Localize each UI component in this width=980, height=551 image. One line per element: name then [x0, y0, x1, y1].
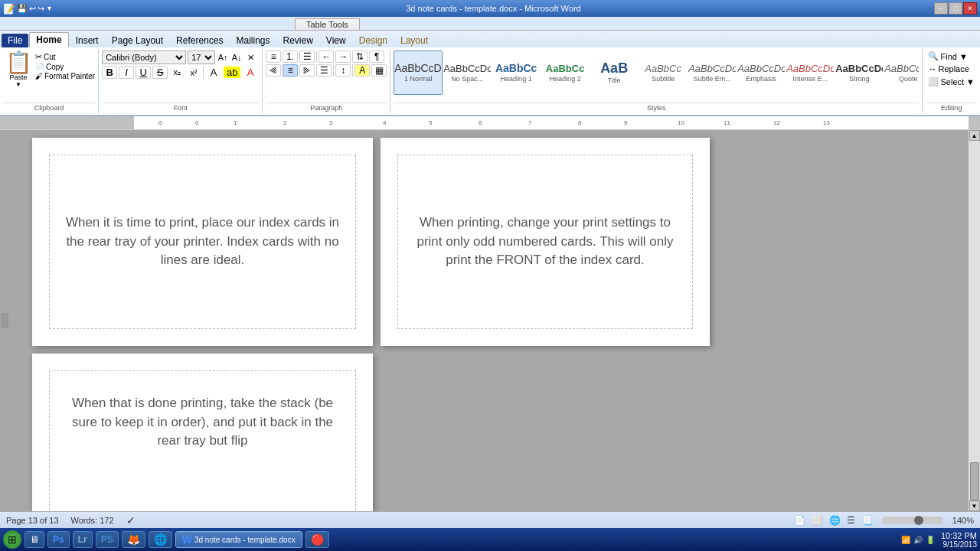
view-draft[interactable]: 📃 [861, 515, 873, 526]
tab-design[interactable]: Design [353, 34, 394, 47]
copy-button[interactable]: 📄 Copy [35, 63, 95, 71]
tab-review[interactable]: Review [276, 34, 318, 47]
style-item-4[interactable]: AaBTitle [590, 51, 639, 95]
shading-button[interactable]: A [354, 64, 370, 77]
card-page-1: When it is time to print, place our inde… [32, 138, 373, 346]
increase-indent-button[interactable]: → [335, 51, 351, 63]
taskbar-btn-vlc[interactable]: 🔴 [305, 531, 329, 548]
taskbar-btn-ps[interactable]: Ps [47, 531, 70, 548]
tab-mailings[interactable]: Mailings [230, 34, 276, 47]
page-indicator[interactable]: Page 13 of 13 [6, 516, 59, 525]
view-full-screen[interactable]: ⬜ [812, 515, 823, 526]
taskbar-btn-lr[interactable]: Lr [73, 531, 93, 548]
style-item-9[interactable]: AaBbCcDcStrong [835, 51, 884, 95]
format-painter-button[interactable]: 🖌 Format Painter [35, 72, 95, 80]
card-inner-2[interactable]: When printing, change your print setting… [397, 155, 693, 329]
start-button[interactable]: ⊞ [3, 530, 21, 549]
taskbar-btn-system[interactable]: 🖥 [24, 531, 44, 548]
clear-formatting-button[interactable]: ✕ [244, 53, 256, 63]
style-preview-1: AaBbCcDc [443, 64, 491, 73]
quick-undo[interactable]: ↩ [29, 4, 36, 14]
quick-dropdown[interactable]: ▼ [46, 5, 53, 12]
font-grow-button[interactable]: A↑ [217, 53, 229, 62]
style-label-0: 1 Normal [404, 75, 433, 83]
word-count[interactable]: Words: 172 [71, 516, 114, 525]
scroll-thumb[interactable] [970, 462, 979, 500]
tab-page-layout[interactable]: Page Layout [106, 34, 169, 47]
multilevel-button[interactable]: ☰ [299, 51, 315, 63]
style-item-8[interactable]: AaBbCcDcIntense E... [786, 51, 835, 95]
style-preview-2: AaBbCc [495, 63, 537, 73]
align-center-button[interactable]: ≡ [283, 64, 298, 77]
view-outline[interactable]: ☰ [847, 515, 855, 526]
view-web[interactable]: 🌐 [829, 515, 841, 526]
tab-references[interactable]: References [170, 34, 229, 47]
tab-home[interactable]: Home [29, 32, 68, 47]
maximize-button[interactable]: □ [949, 2, 962, 15]
taskbar-btn-firefox[interactable]: 🦊 [122, 531, 145, 548]
style-item-10[interactable]: AaBbCcDcQuote [884, 51, 919, 95]
zoom-level[interactable]: 140% [952, 516, 974, 525]
system-tray: 📶 🔊 🔋 [901, 536, 935, 544]
close-button[interactable]: ✕ [963, 2, 977, 15]
style-item-3[interactable]: AaBbCcHeading 2 [541, 51, 590, 95]
cut-button[interactable]: ✂ Cut [35, 52, 95, 62]
underline-button[interactable]: U [136, 66, 151, 79]
style-item-2[interactable]: AaBbCcHeading 1 [492, 51, 541, 95]
table-tools-label: Table Tools [295, 18, 360, 30]
taskbar-btn-word[interactable]: W 3d note cards - template.docx [175, 531, 302, 548]
zoom-slider[interactable] [882, 517, 943, 524]
font-size-select[interactable]: 17 [188, 51, 215, 64]
text-effects-button[interactable]: A [205, 67, 222, 78]
borders-button[interactable]: ▦ [371, 64, 387, 77]
find-button[interactable]: 🔍 Find ▼ [926, 51, 969, 62]
font-shrink-button[interactable]: A↓ [230, 53, 243, 62]
ribbon-clipboard-group: 📋 Paste ▼ ✂ Cut 📄 Copy 🖌 Format Painter … [0, 49, 99, 113]
card-inner-1[interactable]: When it is time to print, place our inde… [49, 155, 356, 329]
paste-button[interactable]: 📋 Paste ▼ [3, 51, 34, 90]
align-left-button[interactable]: ⫷ [266, 64, 281, 77]
tab-file[interactable]: File [2, 34, 28, 47]
select-button[interactable]: ⬜ Select ▼ [926, 76, 977, 87]
justify-button[interactable]: ☰ [316, 64, 332, 77]
title-bar: 📝 💾 ↩ ↪ ▼ 3d note cards - template.docx … [0, 0, 980, 17]
style-item-7[interactable]: AaBbCcDcEmphasis [737, 51, 786, 95]
sort-button[interactable]: ⇅ [352, 51, 368, 63]
left-scroll-indicator[interactable] [0, 130, 9, 511]
style-preview-0: AaBbCcDc [394, 63, 442, 73]
bold-button[interactable]: B [102, 66, 117, 79]
font-color-button[interactable]: A [242, 67, 259, 78]
quick-redo[interactable]: ↪ [38, 4, 44, 14]
numbering-button[interactable]: 1. [283, 51, 298, 63]
style-item-1[interactable]: AaBbCcDcNo Spac... [443, 51, 492, 95]
vertical-scrollbar[interactable]: ▲ ▼ [969, 130, 980, 511]
scroll-down-button[interactable]: ▼ [969, 500, 980, 511]
text-highlight-button[interactable]: ab [224, 67, 240, 78]
tab-insert[interactable]: Insert [70, 34, 105, 47]
style-item-5[interactable]: AaBbCcSubtitle [639, 51, 688, 95]
view-print-layout[interactable]: 📄 [794, 515, 805, 526]
style-label-5: Subtitle [652, 75, 675, 83]
font-family-select[interactable]: Calibri (Body) [102, 51, 186, 64]
replace-button[interactable]: ↔ Replace [926, 64, 971, 74]
align-right-button[interactable]: ⫸ [299, 64, 315, 77]
card-inner-3[interactable]: When that is done printing, take the sta… [49, 370, 356, 511]
clock[interactable]: 10:32 PM 9/15/2013 [941, 531, 977, 549]
show-formatting-button[interactable]: ¶ [369, 51, 384, 63]
superscript-button[interactable]: x² [186, 68, 201, 77]
scroll-up-button[interactable]: ▲ [969, 130, 980, 141]
minimize-button[interactable]: − [934, 2, 948, 15]
style-item-0[interactable]: AaBbCcDc1 Normal [394, 51, 443, 95]
subscript-button[interactable]: x₂ [169, 67, 185, 77]
tab-view[interactable]: View [320, 34, 352, 47]
italic-button[interactable]: I [119, 66, 134, 79]
strikethrough-button[interactable]: S [152, 66, 168, 79]
bullets-button[interactable]: ≡ [266, 51, 281, 63]
style-item-6[interactable]: AaBbCcDcSubtle Em... [688, 51, 737, 95]
quick-save[interactable]: 💾 [17, 4, 28, 14]
decrease-indent-button[interactable]: ← [318, 51, 334, 63]
taskbar-btn-photoshop[interactable]: PS [96, 531, 119, 548]
line-spacing-button[interactable]: ↕ [335, 64, 351, 77]
tab-layout[interactable]: Layout [394, 34, 434, 47]
taskbar-btn-chrome[interactable]: 🌐 [149, 531, 172, 548]
